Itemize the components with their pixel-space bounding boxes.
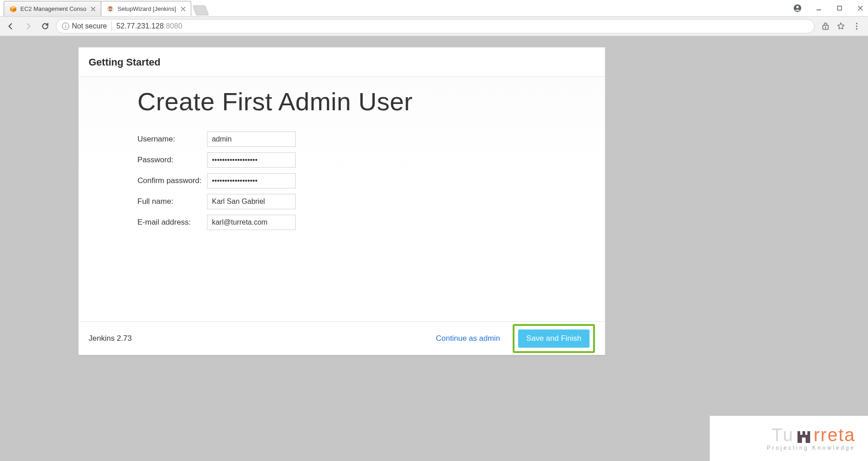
svg-rect-11 [825,27,826,28]
admin-user-form: Username: Password: Confirm password: Fu… [137,129,299,233]
svg-rect-16 [797,431,800,435]
window-maximize-icon[interactable] [835,4,844,12]
browser-titlebar: EC2 Management Conso SetupWizard [Jenkin… [0,0,868,16]
tab-label: SetupWizard [Jenkins] [118,5,176,12]
tab-ec2[interactable]: EC2 Management Conso [4,1,101,16]
confirm-password-label: Confirm password: [137,170,207,191]
page-title: Create First Admin User [137,87,546,116]
svg-point-5 [111,8,112,9]
svg-rect-18 [807,431,810,435]
save-and-finish-button[interactable]: Save and Finish [518,329,590,348]
svg-point-4 [109,8,110,9]
card-header: Getting Started [79,47,605,77]
watermark-tagline: Projecting Knowledge [767,445,855,451]
setup-wizard-card: Getting Started Create First Admin User … [78,47,605,355]
fullname-label: Full name: [137,191,207,212]
watermark-text-left: Tu [772,425,794,445]
email-input[interactable] [207,215,296,230]
svg-rect-8 [816,9,821,10]
confirm-password-input[interactable] [207,173,296,188]
save-password-icon[interactable] [822,22,829,30]
svg-point-12 [856,23,857,24]
security-chip[interactable]: i Not secure [62,21,112,31]
continue-as-admin-link[interactable]: Continue as admin [436,334,500,343]
watermark-text-right: rreta [814,426,855,444]
reload-button[interactable] [39,20,52,33]
watermark: Tu rreta Projecting Knowledge [710,416,868,461]
svg-point-14 [856,28,857,29]
email-label: E-mail address: [137,212,207,233]
window-minimize-icon[interactable] [815,4,823,12]
omnibox[interactable]: i Not secure 52.77.231.128:8080 [56,19,815,33]
card-body: Create First Admin User Username: Passwo… [79,77,605,321]
svg-rect-19 [802,437,806,443]
window-close-icon[interactable] [856,4,864,12]
username-input[interactable] [207,132,296,147]
jenkins-version: Jenkins 2.73 [89,334,132,343]
close-icon[interactable] [180,6,186,12]
tab-strip: EC2 Management Conso SetupWizard [Jenkin… [0,0,207,16]
username-label: Username: [137,129,207,150]
chrome-menu-icon[interactable] [853,22,861,30]
new-tab-button[interactable] [193,5,209,15]
svg-point-7 [796,6,798,8]
card-footer: Jenkins 2.73 Continue as admin Save and … [79,321,605,355]
close-icon[interactable] [90,6,96,12]
castle-icon [796,426,812,444]
page-viewport: Getting Started Create First Admin User … [0,36,868,461]
watermark-brand: Tu rreta [772,426,855,444]
bookmark-star-icon[interactable] [836,22,845,31]
not-secure-label: Not secure [72,22,107,30]
fullname-input[interactable] [207,194,296,209]
jenkins-icon [107,5,114,13]
url-text: 52.77.231.128:8080 [116,22,182,30]
profile-icon[interactable] [793,4,802,13]
tab-label: EC2 Management Conso [20,5,86,12]
card-header-title: Getting Started [89,56,595,68]
back-button[interactable] [5,20,17,33]
address-bar: i Not secure 52.77.231.128:8080 [0,16,868,36]
info-icon: i [62,23,69,30]
aws-cube-icon [9,5,17,13]
tab-jenkins[interactable]: SetupWizard [Jenkins] [101,1,191,16]
svg-rect-17 [802,431,805,435]
save-button-highlight: Save and Finish [513,324,595,353]
svg-rect-9 [838,6,842,10]
svg-point-13 [856,25,857,27]
password-input[interactable] [207,152,296,168]
password-label: Password: [137,150,207,170]
forward-button[interactable] [22,20,34,33]
